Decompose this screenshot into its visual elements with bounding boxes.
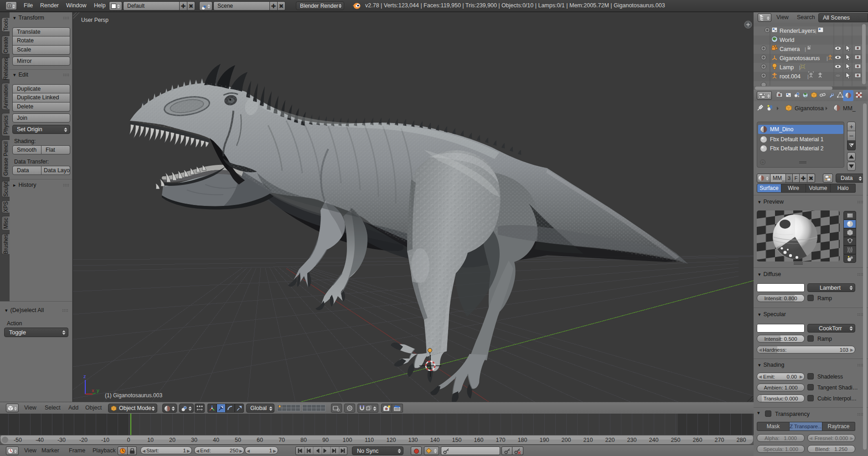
svg-text:|: | [827,56,828,61]
svg-text:250: 250 [671,437,681,443]
svg-text:10: 10 [147,437,154,443]
svg-text:x: x [92,388,94,393]
svg-text:root.004: root.004 [780,73,801,80]
svg-text:World: World [780,37,794,43]
svg-text:Giganotosaurus: Giganotosaurus [780,55,820,61]
svg-text:Giganotosa: Giganotosa [795,105,824,112]
svg-text:150: 150 [452,437,462,443]
svg-text:190: 190 [540,437,549,443]
svg-text:260: 260 [693,437,703,443]
svg-text:|: | [805,46,806,52]
svg-text:z: z [83,374,86,379]
svg-text:|: | [799,65,801,70]
svg-text:|: | [807,74,809,79]
svg-text:140: 140 [430,437,440,443]
svg-text:20: 20 [169,437,176,443]
svg-text:50: 50 [235,437,241,443]
svg-text:180: 180 [518,437,527,443]
svg-text:-20: -20 [79,437,88,443]
svg-text:RenderLayers: RenderLayers [780,28,816,34]
svg-text:230: 230 [627,437,637,443]
svg-text:70: 70 [279,437,285,443]
svg-text:220: 220 [605,437,615,443]
svg-text:240: 240 [649,437,659,443]
svg-text:|: | [815,28,816,34]
svg-text:90: 90 [322,437,329,443]
svg-text:User Persp: User Persp [81,17,108,23]
svg-text:210: 210 [584,437,593,443]
svg-text:-10: -10 [101,437,109,443]
svg-text:Lamp: Lamp [780,64,794,71]
svg-text:(1) Giganotosaurus.003: (1) Giganotosaurus.003 [105,392,162,399]
svg-text:Camera: Camera [780,46,800,52]
svg-text:30: 30 [191,437,197,443]
svg-text:-40: -40 [36,437,44,443]
svg-text:170: 170 [496,437,506,443]
svg-text:60: 60 [257,437,263,443]
svg-text:200: 200 [562,437,571,443]
svg-text:-50: -50 [14,437,22,443]
svg-text:160: 160 [474,437,484,443]
svg-text:0: 0 [127,437,130,443]
svg-text:280: 280 [737,437,746,443]
svg-text:MM_: MM_ [843,105,856,112]
svg-text:130: 130 [408,437,418,443]
svg-text:110: 110 [365,437,374,443]
svg-text:120: 120 [387,437,396,443]
svg-text:270: 270 [715,437,724,443]
svg-text:y: y [97,388,99,393]
svg-text:80: 80 [300,437,307,443]
svg-text:100: 100 [343,437,352,443]
svg-text:40: 40 [213,437,219,443]
svg-text:-30: -30 [57,437,66,443]
